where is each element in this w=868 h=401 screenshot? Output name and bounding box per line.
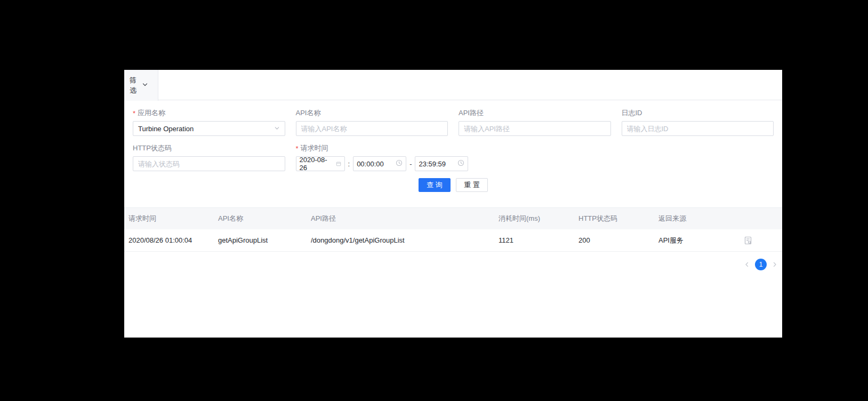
end-time-picker[interactable]: 23:59:59 bbox=[415, 156, 468, 171]
api-log-panel: 筛选 * 应用名称 Turbine Operation bbox=[124, 70, 782, 338]
table-header-row: 请求时间 API名称 API路径 消耗时间(ms) HTTP状态码 返回来源 bbox=[124, 208, 782, 229]
cell-api-name: getApiGroupList bbox=[218, 236, 311, 244]
cell-http-status: 200 bbox=[578, 236, 658, 244]
cell-elapsed-ms: 1121 bbox=[499, 236, 578, 244]
log-id-label: 日志ID bbox=[622, 108, 774, 118]
clock-icon bbox=[396, 159, 403, 168]
http-status-input[interactable] bbox=[133, 156, 285, 171]
view-log-icon[interactable] bbox=[744, 236, 752, 245]
field-log-id: 日志ID bbox=[622, 108, 774, 136]
request-time-label: * 请求时间 bbox=[296, 143, 611, 153]
table-row: 2020/08/26 01:00:04 getApiGroupList /don… bbox=[124, 229, 782, 252]
filter-buttons: 查 询 重 置 bbox=[133, 178, 774, 207]
field-api-path: API路径 bbox=[459, 108, 611, 136]
filter-row-1: * 应用名称 Turbine Operation API名称 API路径 bbox=[133, 108, 774, 136]
col-elapsed-ms: 消耗时间(ms) bbox=[499, 214, 578, 223]
clock-icon bbox=[457, 159, 464, 168]
col-request-time: 请求时间 bbox=[128, 214, 218, 223]
api-path-label: API路径 bbox=[459, 108, 611, 118]
api-name-label: API名称 bbox=[296, 108, 448, 118]
cell-actions bbox=[744, 236, 782, 245]
cell-request-time: 2020/08/26 01:00:04 bbox=[128, 236, 218, 244]
col-api-name: API名称 bbox=[218, 214, 311, 223]
search-button[interactable]: 查 询 bbox=[419, 178, 451, 192]
time-dash-separator: - bbox=[409, 160, 412, 168]
required-marker: * bbox=[133, 109, 135, 117]
date-value: 2020-08-26 bbox=[300, 156, 334, 172]
api-name-input[interactable] bbox=[296, 121, 448, 136]
start-time-picker[interactable]: 00:00:00 bbox=[353, 156, 406, 171]
reset-button[interactable]: 重 置 bbox=[456, 178, 488, 192]
col-api-path: API路径 bbox=[311, 214, 499, 223]
log-id-input[interactable] bbox=[622, 121, 774, 136]
log-table: 请求时间 API名称 API路径 消耗时间(ms) HTTP状态码 返回来源 2… bbox=[124, 208, 782, 270]
col-http-status: HTTP状态码 bbox=[578, 214, 658, 223]
filter-tabbar: 筛选 bbox=[124, 70, 782, 100]
pagination: 1 bbox=[124, 259, 782, 270]
page-number-1[interactable]: 1 bbox=[755, 259, 767, 270]
filter-tab-label: 筛选 bbox=[130, 75, 138, 95]
cell-source: API服务 bbox=[658, 236, 744, 245]
col-source: 返回来源 bbox=[658, 214, 744, 223]
chevron-down-icon bbox=[274, 125, 280, 133]
http-status-label: HTTP状态码 bbox=[133, 143, 285, 153]
request-time-controls: 2020-08-26 : 00:00:00 - 23:59: bbox=[296, 156, 611, 171]
field-http-status: HTTP状态码 bbox=[133, 143, 285, 171]
filter-row-2: HTTP状态码 * 请求时间 2020-08-26 : bbox=[133, 143, 774, 171]
start-time-value: 00:00:00 bbox=[357, 160, 384, 168]
required-marker: * bbox=[296, 145, 299, 153]
chevron-down-icon bbox=[142, 81, 148, 90]
api-path-input[interactable] bbox=[459, 121, 611, 136]
app-name-select[interactable]: Turbine Operation bbox=[133, 121, 285, 136]
field-app-name: * 应用名称 Turbine Operation bbox=[133, 108, 285, 136]
time-colon-separator: : bbox=[348, 160, 350, 168]
field-api-name: API名称 bbox=[296, 108, 448, 136]
filter-collapse-tab[interactable]: 筛选 bbox=[124, 70, 158, 101]
filter-form: * 应用名称 Turbine Operation API名称 API路径 bbox=[124, 100, 782, 208]
app-name-value: Turbine Operation bbox=[138, 125, 194, 133]
date-picker[interactable]: 2020-08-26 bbox=[296, 156, 345, 171]
app-name-label: * 应用名称 bbox=[133, 108, 285, 118]
chevron-left-icon[interactable] bbox=[744, 261, 750, 268]
chevron-right-icon[interactable] bbox=[771, 261, 778, 268]
cell-api-path: /dongdong/v1/getApiGroupList bbox=[311, 236, 499, 244]
end-time-value: 23:59:59 bbox=[419, 160, 446, 168]
calendar-icon bbox=[336, 160, 341, 168]
field-request-time: * 请求时间 2020-08-26 : 00:00:00 bbox=[296, 143, 611, 171]
